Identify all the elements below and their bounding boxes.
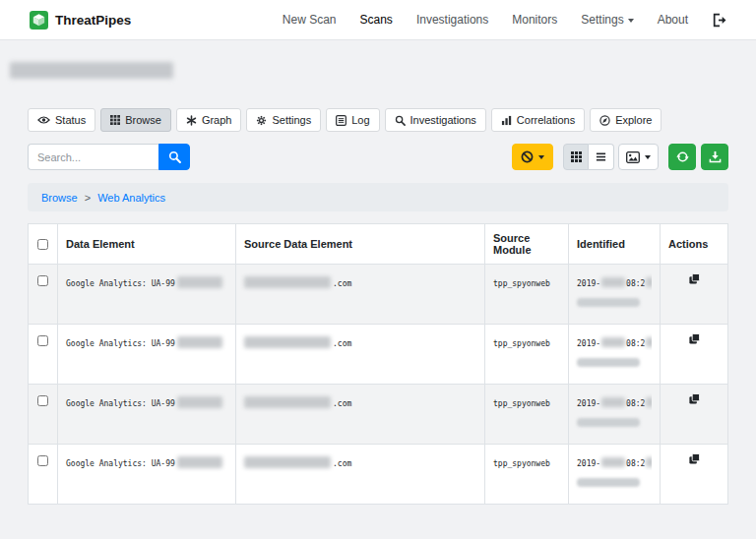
tab-settings[interactable]: Settings (246, 108, 321, 132)
redacted-text (601, 337, 625, 347)
identified-date-text: 2019- (577, 339, 600, 348)
caret-down-icon (645, 155, 651, 162)
select-all-checkbox[interactable] (37, 239, 48, 250)
view-toggle-group (563, 144, 614, 170)
nav-settings-label: Settings (581, 13, 623, 27)
copy-icon[interactable] (688, 452, 701, 468)
tab-status[interactable]: Status (28, 108, 95, 132)
nav-settings[interactable]: Settings (581, 13, 633, 27)
redacted-text (244, 396, 331, 408)
tab-label: Browse (125, 114, 161, 126)
redacted-text (646, 397, 652, 407)
identified-cell: 2019-08:2 (569, 385, 661, 445)
redacted-badge (577, 298, 640, 307)
nav-new-scan[interactable]: New Scan (283, 13, 337, 27)
nav-scans[interactable]: Scans (360, 13, 393, 27)
brand[interactable]: ThreatPipes (30, 11, 131, 30)
search-input[interactable] (28, 144, 158, 170)
sign-out-icon[interactable] (712, 13, 726, 28)
brand-name: ThreatPipes (55, 13, 131, 28)
redacted-scan-title (10, 62, 173, 79)
tab-label: Log (351, 114, 369, 126)
grid-icon (110, 115, 120, 125)
breadcrumb-browse[interactable]: Browse (41, 192, 78, 204)
main-nav: New Scan Scans Investigations Monitors S… (283, 13, 726, 28)
redacted-text (646, 337, 652, 347)
identified-time-text: 08:2 (626, 339, 645, 348)
row-checkbox[interactable] (37, 455, 48, 466)
nav-about[interactable]: About (658, 13, 688, 27)
redacted-text (177, 276, 222, 288)
checkbox-cell (29, 445, 58, 505)
table-row: Google Analytics: UA-99 .com tpp_spyonwe… (29, 265, 728, 325)
tab-browse[interactable]: Browse (100, 108, 171, 132)
checkbox-cell (29, 265, 58, 325)
actions-cell (661, 385, 728, 445)
redacted-text (177, 456, 222, 468)
grid-view-button[interactable] (563, 144, 589, 170)
redacted-text (244, 276, 331, 288)
nav-investigations[interactable]: Investigations (416, 13, 488, 27)
source-module-cell: tpp_spyonweb (485, 325, 569, 385)
actions-cell (661, 265, 728, 325)
source-suffix-text: .com (333, 399, 351, 408)
redacted-badge (577, 358, 640, 367)
row-checkbox[interactable] (37, 335, 48, 346)
caret-down-icon (628, 19, 634, 26)
download-button[interactable] (701, 144, 728, 170)
identified-time-text: 08:2 (626, 399, 645, 408)
redacted-text (177, 396, 222, 408)
copy-icon[interactable] (688, 272, 701, 288)
toolbar (28, 144, 728, 170)
redacted-text (646, 457, 652, 467)
header-data-element: Data Element (58, 224, 236, 265)
search-icon (168, 150, 181, 163)
data-element-cell: Google Analytics: UA-99 (58, 325, 236, 385)
identified-cell: 2019-08:2 (569, 325, 661, 385)
magnifier-icon (395, 115, 406, 126)
source-suffix-text: .com (333, 459, 351, 468)
redacted-badge (577, 478, 640, 487)
copy-icon[interactable] (688, 332, 701, 348)
list-view-button[interactable] (589, 144, 614, 170)
tab-correlations[interactable]: Correlations (491, 108, 585, 132)
checkbox-cell (29, 385, 58, 445)
tab-log[interactable]: Log (326, 108, 379, 132)
tab-graph[interactable]: Graph (176, 108, 242, 132)
asterisk-icon (186, 115, 197, 126)
tab-label: Explore (615, 114, 652, 126)
source-data-element-cell: .com (236, 445, 485, 505)
checkbox-cell (29, 325, 58, 385)
tab-label: Graph (202, 114, 232, 126)
row-checkbox[interactable] (37, 395, 48, 406)
toolbar-right (512, 144, 728, 170)
row-checkbox[interactable] (37, 275, 48, 286)
tab-investigations[interactable]: Investigations (385, 108, 486, 132)
tab-label: Correlations (517, 114, 575, 126)
refresh-icon (676, 150, 689, 163)
search-group (28, 144, 190, 170)
tab-explore[interactable]: Explore (590, 108, 662, 132)
refresh-button[interactable] (668, 144, 696, 170)
data-element-text: Google Analytics: UA-99 (66, 279, 175, 288)
search-button[interactable] (158, 144, 190, 170)
nav-monitors[interactable]: Monitors (512, 13, 557, 27)
redacted-text (244, 456, 331, 468)
list-alt-icon (336, 115, 346, 126)
source-module-text: tpp_spyonweb (493, 339, 550, 348)
identified-time-text: 08:2 (626, 459, 645, 468)
identified-date-text: 2019- (577, 459, 600, 468)
filter-ban-dropdown-button[interactable] (512, 144, 553, 170)
source-module-cell: tpp_spyonweb (485, 445, 569, 505)
threatpipes-logo-icon (30, 11, 48, 30)
actions-cell (661, 445, 728, 505)
tab-label: Investigations (410, 114, 476, 126)
breadcrumb-web-analytics[interactable]: Web Analytics (97, 192, 165, 204)
redacted-text (646, 277, 652, 287)
redacted-text (601, 277, 625, 287)
copy-icon[interactable] (688, 392, 701, 408)
compass-icon (599, 115, 610, 126)
table-row: Google Analytics: UA-99 .com tpp_spyonwe… (29, 325, 728, 385)
image-view-dropdown-button[interactable] (618, 144, 659, 170)
source-module-text: tpp_spyonweb (493, 459, 550, 468)
